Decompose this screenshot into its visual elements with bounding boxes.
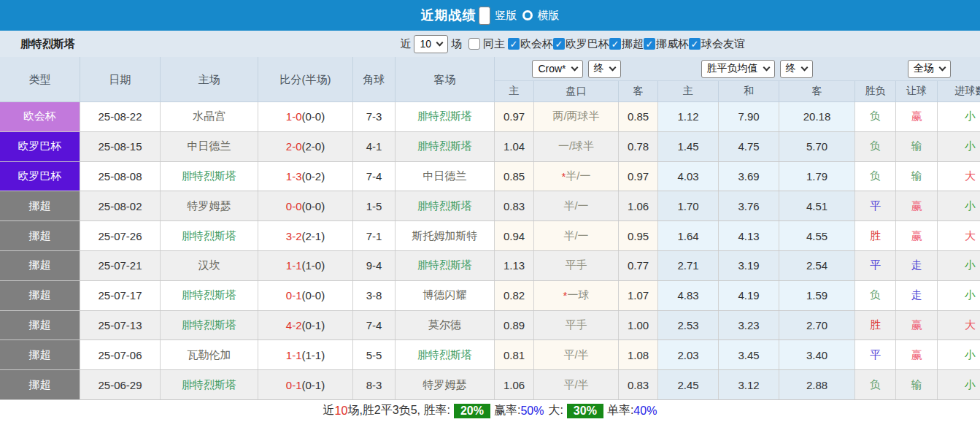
competition-checkbox[interactable]: ✓ xyxy=(689,38,701,50)
cell-avg-home: 1.70 xyxy=(658,191,719,220)
same-home-checkbox[interactable] xyxy=(468,38,480,50)
cell-avg-away: 1.59 xyxy=(779,281,855,310)
cell-handicap: 两/两球半 xyxy=(534,102,619,131)
cell-odds-home: 0.94 xyxy=(495,221,534,250)
team-name: 腓特烈斯塔 xyxy=(20,37,75,51)
recent-count-select[interactable]: 10 xyxy=(414,35,448,53)
cell-handicap: 平/半 xyxy=(534,370,619,399)
subheader-odds-away: 客 xyxy=(619,81,658,101)
summary-handicap-label: 赢率: xyxy=(494,403,520,418)
competition-filter-item: ✓欧罗巴杯 xyxy=(553,37,609,51)
competition-type-badge: 欧会杯 xyxy=(0,102,80,131)
same-home-label: 同主 xyxy=(483,37,505,51)
competition-type-badge: 挪超 xyxy=(0,340,80,369)
competition-checkbox[interactable]: ✓ xyxy=(644,38,655,50)
table-row: 挪超25-06-29腓特烈斯塔0-1(0-1)8-3特罗姆瑟1.06平/半0.8… xyxy=(0,370,980,400)
header-away: 客场 xyxy=(396,57,495,102)
cell-handicap-result: 输 xyxy=(896,162,938,191)
table-row: 挪超25-07-06瓦勒伦加1-1(1-1)5-5腓特烈斯塔0.81平/半1.0… xyxy=(0,340,980,370)
subheader-odds-home: 主 xyxy=(495,81,534,101)
competition-checkbox[interactable]: ✓ xyxy=(508,38,520,50)
cell-avg-home: 4.83 xyxy=(658,281,719,310)
cell-result: 胜 xyxy=(855,311,896,340)
table-row: 挪超25-07-17腓特烈斯塔0-1(0-0)3-8博德闪耀0.82*一球1.0… xyxy=(0,281,980,311)
cell-score: 3-2(2-1) xyxy=(258,221,353,250)
cell-result: 平 xyxy=(855,251,896,280)
cell-away-team: 腓特烈斯塔 xyxy=(396,132,495,161)
cell-corners: 7-4 xyxy=(353,311,396,340)
radio-vertical-layout[interactable] xyxy=(479,7,490,25)
cell-avg-away: 2.54 xyxy=(779,251,855,280)
cell-odds-home: 1.04 xyxy=(495,132,534,161)
cell-date: 25-07-21 xyxy=(80,251,161,280)
cell-corners: 8-3 xyxy=(353,370,396,399)
odds-company-select[interactable]: Crow* xyxy=(532,60,582,78)
competition-checkbox[interactable]: ✓ xyxy=(553,38,565,50)
competition-label: 欧会杯 xyxy=(520,37,553,51)
cell-date: 25-08-02 xyxy=(80,191,161,220)
cell-odds-away: 1.06 xyxy=(619,191,658,220)
competition-type-badge: 欧罗巴杯 xyxy=(0,132,80,161)
radio-vertical-label[interactable]: 竖版 xyxy=(495,9,517,23)
cell-away-team: 博德闪耀 xyxy=(396,281,495,310)
cell-handicap-result: 走 xyxy=(896,281,938,310)
cell-type: 挪超 xyxy=(0,311,80,340)
cell-odds-home: 0.82 xyxy=(495,281,534,310)
cell-avg-draw: 4.75 xyxy=(719,132,779,161)
cell-avg-draw: 3.19 xyxy=(719,251,779,280)
cell-result: 负 xyxy=(855,281,896,310)
table-row: 挪超25-08-02特罗姆瑟0-0(0-0)1-5腓特烈斯塔0.83半/一1.0… xyxy=(0,191,980,221)
chevron-down-icon xyxy=(609,64,616,71)
cell-corners: 7-1 xyxy=(353,221,396,250)
radio-horizontal-layout[interactable] xyxy=(522,10,533,20)
cell-away-team: 斯托姆加斯特 xyxy=(396,221,495,250)
competition-checkbox[interactable]: ✓ xyxy=(609,38,621,50)
cell-home-team: 中日德兰 xyxy=(161,132,258,161)
summary-single-label: 单率: xyxy=(607,403,633,418)
cell-odds-home: 0.81 xyxy=(495,340,534,369)
cell-handicap: *一球 xyxy=(534,281,619,310)
cell-home-team: 瓦勒伦加 xyxy=(161,340,258,369)
header-home: 主场 xyxy=(161,57,258,102)
cell-goals: 小 xyxy=(938,251,980,280)
competition-filter-item: ✓欧会杯 xyxy=(508,37,553,51)
cell-away-team: 腓特烈斯塔 xyxy=(396,102,495,131)
cell-goals: 大 xyxy=(938,221,980,250)
cell-avg-away: 5.70 xyxy=(779,132,855,161)
cell-odds-away: 1.07 xyxy=(619,281,658,310)
cell-avg-home: 2.45 xyxy=(658,370,719,399)
chevron-down-icon xyxy=(939,64,946,71)
cell-goals: 小 xyxy=(938,191,980,220)
cell-avg-home: 2.03 xyxy=(658,340,719,369)
subheader-avg-home: 主 xyxy=(658,81,719,101)
competition-filter-item: ✓挪威杯 xyxy=(644,37,689,51)
cell-odds-away: 0.85 xyxy=(619,102,658,131)
cell-type: 挪超 xyxy=(0,340,80,369)
cell-avg-draw: 3.76 xyxy=(719,191,779,220)
cell-handicap-result: 输 xyxy=(896,132,938,161)
summary-count: 10 xyxy=(335,404,348,418)
avg-time-select[interactable]: 终 xyxy=(780,60,813,78)
summary-stats-text: 场,胜2平3负5, 胜率: xyxy=(347,403,450,418)
radio-horizontal-label[interactable]: 横版 xyxy=(538,9,560,23)
page-title: 近期战绩 xyxy=(421,7,477,24)
cell-result: 平 xyxy=(855,191,896,220)
summary-handicap-rate: 50% xyxy=(520,404,544,418)
cell-date: 25-06-29 xyxy=(80,370,161,399)
competition-filter-list: ✓欧会杯✓欧罗巴杯✓挪超✓挪威杯✓球会友谊 xyxy=(508,37,745,51)
cell-avg-draw: 4.19 xyxy=(719,281,779,310)
cell-odds-home: 1.06 xyxy=(495,370,534,399)
competition-type-badge: 挪超 xyxy=(0,251,80,280)
header-group-results: 全场 胜负 让球 进球数 xyxy=(855,57,980,101)
avg-metric-select[interactable]: 胜平负均值 xyxy=(701,60,775,78)
odds-time-select[interactable]: 终 xyxy=(588,60,621,78)
odds-time-value: 终 xyxy=(594,62,604,75)
cell-result: 平 xyxy=(855,340,896,369)
chevron-down-icon xyxy=(436,39,444,46)
competition-type-badge: 挪超 xyxy=(0,191,80,220)
cell-handicap: 平/半 xyxy=(534,340,619,369)
cell-score: 1-3(0-2) xyxy=(258,162,353,191)
subheader-result: 胜负 xyxy=(855,81,896,101)
cell-home-team: 腓特烈斯塔 xyxy=(161,311,258,340)
scope-select[interactable]: 全场 xyxy=(908,60,951,78)
